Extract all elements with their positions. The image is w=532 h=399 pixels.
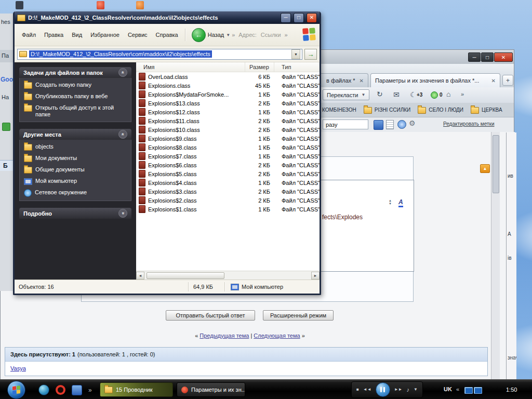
- scroll-left-button[interactable]: ◄: [136, 272, 144, 280]
- font-color-icon[interactable]: A: [398, 199, 403, 207]
- column-header-type[interactable]: Тип: [274, 62, 320, 72]
- maximize-button[interactable]: □: [294, 13, 304, 23]
- home-icon[interactable]: ⌂: [446, 90, 450, 98]
- chevron-down-icon[interactable]: »: [118, 209, 127, 218]
- gear-icon[interactable]: ⚙: [409, 119, 416, 127]
- go-button[interactable]: →: [304, 49, 317, 60]
- chevron-up-icon[interactable]: »: [118, 130, 127, 139]
- bookmark-item[interactable]: РІЗНІ ССИЛКИ: [364, 107, 410, 114]
- opera-quick-launch-icon[interactable]: [56, 385, 65, 395]
- user-link[interactable]: Vasya: [10, 365, 26, 371]
- app-quick-launch-icon[interactable]: [72, 385, 82, 395]
- scrollbar-thumb[interactable]: [493, 135, 499, 193]
- tab-files-2[interactable]: Параметры и их значения в файлах *... ✕: [370, 73, 500, 87]
- new-tab-button[interactable]: +: [502, 75, 513, 86]
- toolbar-overflow-icon[interactable]: »: [285, 32, 288, 38]
- display-tray-icon[interactable]: [474, 387, 482, 394]
- menu-item[interactable]: Сервис: [124, 30, 152, 39]
- scroll-right-button[interactable]: ►: [311, 272, 320, 280]
- chevron-down-icon[interactable]: ▼: [226, 33, 230, 37]
- file-row[interactable]: Explosions$4.class 1 КБ Файл "CLASS": [136, 178, 320, 187]
- file-row[interactable]: Explosions$10.class 2 КБ Файл "CLASS": [136, 125, 320, 134]
- file-row[interactable]: Explosions$3.class 2 КБ Файл "CLASS": [136, 187, 320, 196]
- taskbar-button-explorer[interactable]: 15 Проводник: [100, 382, 173, 397]
- file-row[interactable]: Explosions$5.class 2 КБ Файл "CLASS": [136, 169, 320, 178]
- refresh-icon[interactable]: ↻: [377, 90, 383, 98]
- page-scrollbar[interactable]: [491, 132, 500, 380]
- file-row[interactable]: Explosions$6.class 2 КБ Файл "CLASS": [136, 161, 320, 169]
- button-fragment[interactable]: На: [2, 94, 9, 100]
- place-item-objects[interactable]: objects: [24, 143, 127, 151]
- back-button[interactable]: ← Назад ▼: [192, 28, 230, 42]
- translate-button[interactable]: Перекласти ▼: [323, 89, 369, 100]
- language-indicator[interactable]: UK: [444, 386, 452, 392]
- file-tasks-header[interactable]: Задачи для файлов и папок »: [19, 67, 131, 78]
- green-icon[interactable]: [2, 123, 10, 131]
- column-header-name[interactable]: Имя: [136, 62, 245, 72]
- maximize-button[interactable]: □: [481, 52, 494, 62]
- minimize-button[interactable]: ─: [281, 13, 291, 23]
- search-field[interactable]: разу: [323, 119, 368, 129]
- address-input[interactable]: D:\!_MakeMOD_412_\2_ClassResolver\com\ma…: [17, 49, 302, 60]
- menu-item[interactable]: Правка: [40, 30, 68, 39]
- tab-close-icon[interactable]: ✕: [360, 78, 364, 84]
- task-item[interactable]: Опубликовать папку в вебе: [24, 93, 127, 100]
- start-button[interactable]: [7, 381, 25, 399]
- previous-topic-link[interactable]: Предыдущая тема: [200, 332, 249, 339]
- toolbar-overflow-icon[interactable]: »: [461, 91, 464, 97]
- web-icon[interactable]: [397, 120, 406, 129]
- menu-item[interactable]: Файл: [18, 30, 40, 39]
- close-button[interactable]: ✕: [494, 52, 513, 62]
- minimize-button[interactable]: ─: [468, 52, 481, 62]
- tray-collapse-icon[interactable]: «: [456, 386, 459, 392]
- bookmark-item[interactable]: СЕЛО І ЛЮДИ: [418, 107, 463, 114]
- editor-resize-icon[interactable]: ▲▼: [389, 199, 392, 205]
- mail-icon[interactable]: ✉: [393, 90, 400, 99]
- file-row[interactable]: Explosions$1.class 1 КБ Файл "CLASS": [136, 205, 320, 214]
- desktop-icon[interactable]: [16, 1, 23, 9]
- volume-icon[interactable]: ♪: [407, 387, 410, 393]
- previous-track-button[interactable]: ◄◄: [363, 388, 371, 392]
- advanced-mode-button[interactable]: Расширенный режим: [263, 310, 334, 321]
- file-row[interactable]: Explosions$11.class 2 КБ Файл "CLASS": [136, 116, 320, 125]
- file-row[interactable]: Explosions$MydataForSmoke... 1 КБ Файл "…: [136, 90, 320, 99]
- details-header[interactable]: Подробно »: [19, 208, 131, 219]
- file-row[interactable]: Explosions$9.class 1 КБ Файл "CLASS": [136, 134, 320, 143]
- menu-item[interactable]: Вид: [68, 30, 86, 39]
- place-item-shared-documents[interactable]: Общие документы: [24, 166, 127, 174]
- task-item[interactable]: Открыть общий доступ к этой папке: [24, 104, 127, 118]
- file-row[interactable]: Explosions$13.class 2 КБ Файл "CLASS": [136, 99, 320, 108]
- edit-icon[interactable]: [374, 120, 383, 130]
- file-row[interactable]: Explosions$12.class 1 КБ Файл "CLASS": [136, 108, 320, 116]
- place-item-network[interactable]: Сетевое окружение: [24, 189, 127, 197]
- moon-icon[interactable]: ☾: [410, 90, 417, 99]
- file-row[interactable]: Explosions.class 45 КБ Файл "CLASS": [136, 81, 320, 90]
- taskbar-button-browser[interactable]: Параметры и их зн...: [177, 382, 245, 397]
- bookmark-item[interactable]: ЦЕРКВА: [471, 107, 502, 114]
- browser-quick-launch-icon[interactable]: [38, 384, 49, 395]
- horizontal-scrollbar[interactable]: ◄ ►: [136, 271, 320, 280]
- quick-reply-button[interactable]: Отправить быстрый ответ: [166, 310, 255, 321]
- close-button[interactable]: ✕: [307, 13, 317, 23]
- file-row[interactable]: Explosions$8.class 1 КБ Файл "CLASS": [136, 143, 320, 152]
- network-tray-icon[interactable]: [464, 387, 473, 394]
- toolbar-overflow-icon[interactable]: »: [232, 32, 235, 38]
- globe-icon[interactable]: [431, 91, 438, 99]
- file-row[interactable]: Explosions$7.class 1 КБ Файл "CLASS": [136, 152, 320, 161]
- file-row[interactable]: OverLoad.class 6 КБ Файл "CLASS": [136, 72, 320, 81]
- edit-tags-link[interactable]: Редактировать метки: [443, 121, 495, 127]
- quick-launch-overflow-icon[interactable]: »: [88, 387, 92, 394]
- menu-item[interactable]: Справка: [152, 30, 182, 39]
- other-places-header[interactable]: Другие места »: [19, 129, 131, 140]
- document-icon[interactable]: [386, 120, 394, 129]
- next-track-button[interactable]: ►►: [394, 388, 403, 392]
- next-topic-link[interactable]: Следующая тема: [254, 332, 300, 339]
- file-row[interactable]: Explosions$2.class 2 КБ Файл "CLASS": [136, 196, 320, 205]
- menu-item[interactable]: Избранное: [86, 30, 124, 39]
- chevron-up-icon[interactable]: »: [118, 68, 127, 77]
- place-item-my-documents[interactable]: Мои документы: [24, 155, 127, 162]
- task-item[interactable]: Создать новую папку: [24, 82, 127, 89]
- scrollbar-thumb[interactable]: [147, 272, 224, 279]
- stop-button[interactable]: ■: [356, 388, 359, 392]
- place-item-my-computer[interactable]: Мой компьютер: [24, 178, 127, 185]
